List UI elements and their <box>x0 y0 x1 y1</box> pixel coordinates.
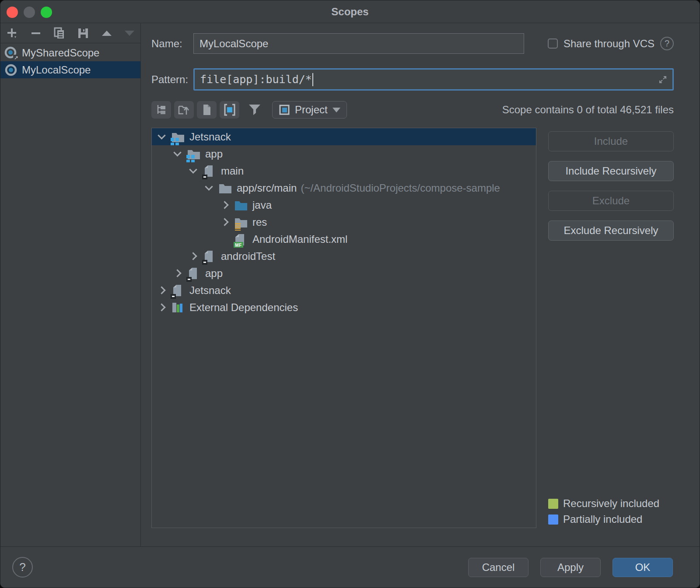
tree-row[interactable]: app <box>152 145 536 162</box>
dialog-footer: ? Cancel Apply OK <box>0 546 700 588</box>
expand-editor-icon[interactable] <box>658 74 668 87</box>
remove-scope-button[interactable] <box>30 27 42 40</box>
scope-list-panel: ↗ MySharedScope MyLocalScope <box>0 23 141 546</box>
chevron-expanded-icon[interactable] <box>158 131 165 139</box>
scope-actions-panel: Include Include Recursively Exclude Excl… <box>548 128 674 528</box>
tree-row[interactable]: Jetsnack <box>152 128 536 145</box>
show-hierarchy-toggle[interactable] <box>151 101 171 119</box>
source-folder-icon <box>234 198 249 213</box>
legend-item: Recursively included <box>548 496 674 511</box>
scope-status-text: Scope contains 0 of total 46,521 files <box>502 104 674 116</box>
share-through-vcs-label: Share through VCS <box>564 38 654 50</box>
exclude-button: Exclude <box>548 191 674 211</box>
tree-label: External Dependencies <box>189 301 298 314</box>
module-group-folder-icon <box>172 130 186 144</box>
chevron-collapsed-icon[interactable] <box>173 269 181 277</box>
project-view-icon <box>279 104 290 116</box>
tree-label: app <box>205 148 223 160</box>
cancel-button[interactable]: Cancel <box>468 558 528 577</box>
chevron-collapsed-icon[interactable] <box>189 252 197 260</box>
tree-label: androidTest <box>221 250 275 262</box>
project-tree: Jetsnack app <box>151 128 536 528</box>
library-icon <box>172 300 186 315</box>
add-scope-button[interactable] <box>6 27 19 40</box>
module-icon <box>172 283 186 298</box>
scope-name-input[interactable] <box>193 33 524 54</box>
apply-button[interactable]: Apply <box>540 558 601 577</box>
include-recursively-button[interactable]: Include Recursively <box>548 161 674 181</box>
partially-included-swatch <box>548 514 558 525</box>
pattern-label: Pattern: <box>151 74 193 86</box>
scope-list-toolbar <box>0 23 140 43</box>
pattern-input[interactable]: file[app]:build/* <box>193 68 674 91</box>
view-selector-label: Project <box>295 104 328 116</box>
share-through-vcs-checkbox[interactable] <box>548 38 558 49</box>
module-icon <box>203 249 218 264</box>
tree-row[interactable]: External Dependencies <box>152 299 536 316</box>
tree-label: AndroidManifest.xml <box>252 233 347 245</box>
scope-name: MyLocalScope <box>22 64 91 76</box>
tree-label: Jetsnack <box>189 131 231 143</box>
help-button[interactable]: ? <box>12 557 33 578</box>
chevron-expanded-icon[interactable] <box>205 182 213 190</box>
tree-label: app <box>205 267 223 280</box>
tree-row[interactable]: Jetsnack <box>152 282 536 299</box>
tree-row[interactable]: app/src/main (~/AndroidStudioProjects/co… <box>152 179 536 196</box>
tree-label: res <box>252 216 267 228</box>
module-group-folder-icon <box>187 147 202 161</box>
tree-row[interactable]: androidTest <box>152 248 536 265</box>
exclude-recursively-button[interactable]: Exclude Recursively <box>548 220 674 241</box>
show-scope-borders-toggle[interactable] <box>220 101 239 119</box>
compact-directories-toggle[interactable] <box>174 101 194 119</box>
tree-row[interactable]: java <box>152 196 536 214</box>
close-window-button[interactable] <box>7 7 18 18</box>
shared-arrow-badge: ↗ <box>13 55 19 61</box>
zoom-window-button[interactable] <box>41 7 52 18</box>
scopes-dialog: Scopes <box>0 0 700 588</box>
tree-row[interactable]: res <box>152 214 536 231</box>
view-selector-dropdown[interactable]: Project <box>272 101 347 119</box>
save-scope-button[interactable] <box>77 27 90 40</box>
module-icon <box>187 266 202 281</box>
copy-scope-button[interactable] <box>52 27 66 40</box>
chevron-collapsed-icon[interactable] <box>220 218 228 226</box>
tree-label: main <box>221 165 244 177</box>
chevron-collapsed-icon[interactable] <box>158 286 165 294</box>
scope-list: ↗ MySharedScope MyLocalScope <box>0 43 140 78</box>
text-caret <box>312 73 313 86</box>
legend-item: Partially included <box>548 511 674 527</box>
chevron-collapsed-icon[interactable] <box>158 303 165 311</box>
scope-list-item-shared[interactable]: ↗ MySharedScope <box>0 44 140 61</box>
legend-label: Partially included <box>563 513 642 525</box>
move-up-button[interactable] <box>101 27 112 40</box>
minimize-window-button <box>24 7 35 18</box>
window-title: Scopes <box>331 6 368 18</box>
legend-label: Recursively included <box>563 497 659 510</box>
scope-editor-panel: Name: Share through VCS ? Pattern: file[… <box>141 23 700 546</box>
tree-label: Jetsnack <box>189 284 231 297</box>
scope-name: MySharedScope <box>22 47 99 59</box>
manifest-file-icon: MF <box>234 232 249 247</box>
resources-folder-icon <box>234 215 249 230</box>
recursively-included-swatch <box>548 499 558 509</box>
tree-label: app/src/main <box>237 182 297 194</box>
tree-row[interactable]: MF AndroidManifest.xml <box>152 231 536 248</box>
filter-icon[interactable] <box>248 103 262 116</box>
tree-row[interactable]: main <box>152 162 536 179</box>
folder-icon <box>219 181 234 196</box>
pattern-value: file[app]:build/* <box>200 73 312 86</box>
color-legend: Recursively included Partially included <box>548 496 674 528</box>
ok-button[interactable]: OK <box>612 558 673 577</box>
tree-row[interactable]: app <box>152 265 536 282</box>
chevron-expanded-icon[interactable] <box>173 148 181 156</box>
scope-list-item-local[interactable]: MyLocalScope <box>0 61 140 78</box>
tree-label: java <box>252 199 272 211</box>
share-help-icon[interactable]: ? <box>660 37 674 50</box>
module-icon <box>203 164 218 178</box>
title-bar: Scopes <box>0 0 700 23</box>
show-files-toggle[interactable] <box>197 101 217 119</box>
chevron-expanded-icon[interactable] <box>189 165 197 173</box>
chevron-collapsed-icon[interactable] <box>220 201 228 209</box>
move-down-button <box>123 27 135 40</box>
local-scope-icon <box>4 63 18 77</box>
